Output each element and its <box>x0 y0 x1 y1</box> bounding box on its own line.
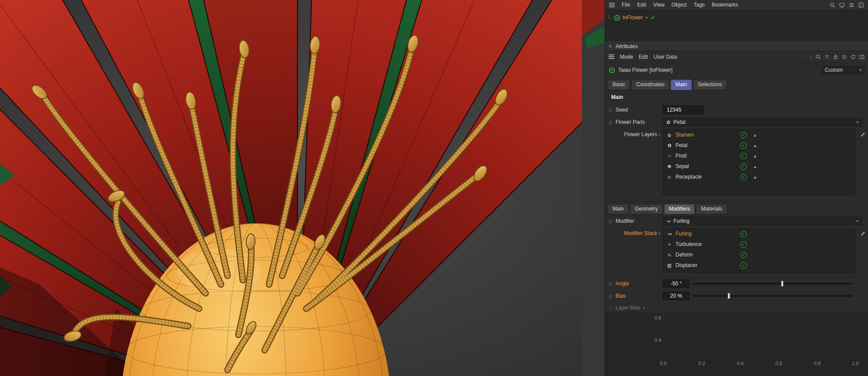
object-title-row: Taiao Flower [toFlower] Custom ▾ <box>605 63 868 77</box>
menu-file[interactable]: File <box>622 2 630 8</box>
modifier-item-furling[interactable]: ↝ Furling ✓ <box>663 228 855 239</box>
search-icon[interactable] <box>830 2 835 8</box>
grid-line <box>855 313 856 359</box>
modifier-item-turbulence[interactable]: ≈ Turbulence ✓ <box>663 239 855 249</box>
monitor-icon[interactable] <box>839 2 845 8</box>
layer-bias-label[interactable]: Layer Bias › <box>616 305 663 311</box>
modifier-stack-label[interactable]: Modifier Stack› <box>609 228 663 277</box>
layer-enabled-icon[interactable]: ✓ <box>740 163 747 170</box>
grid-line <box>663 359 856 359</box>
x-axis-tick: 0.8 <box>811 361 824 366</box>
menu-object[interactable]: Object <box>672 2 687 8</box>
modifier-enabled-icon[interactable]: ✓ <box>740 252 747 258</box>
refresh-icon[interactable] <box>850 54 856 60</box>
bias-slider[interactable] <box>692 293 853 299</box>
modifier-item-deform[interactable]: ∿ Deform ✓ <box>663 249 855 260</box>
tab-sub-main[interactable]: Main <box>608 204 629 214</box>
angle-slider-handle[interactable] <box>781 281 784 287</box>
angle-value-input[interactable]: -50 ° <box>663 279 690 288</box>
layer-item-pistil[interactable]: ∩ Pistil ✓ ▲ <box>663 151 855 161</box>
layer-bias-graph[interactable]: 0.8 0.4 0.0 0.2 0.4 0.6 0.8 1.0 <box>605 313 868 376</box>
tab-geometry[interactable]: Geometry <box>630 204 663 214</box>
menu-bookmarks[interactable]: Bookmarks <box>712 2 738 8</box>
layer-state-triangle-icon[interactable]: ▲ <box>753 143 757 148</box>
tab-selections[interactable]: Selections <box>693 80 727 90</box>
petal-icon: ✿ <box>666 119 670 125</box>
keyframe-diamond-icon[interactable]: ◇ <box>609 119 616 125</box>
keyframe-diamond-icon[interactable]: ◇ <box>609 218 616 224</box>
keyframe-diamond-icon[interactable]: ◇ <box>609 305 616 310</box>
menu-attr-edit[interactable]: Edit <box>639 54 648 60</box>
menu-mode[interactable]: Mode <box>620 54 633 60</box>
menu-view[interactable]: View <box>653 2 665 8</box>
panel-split-icon[interactable] <box>859 54 864 60</box>
layer-enabled-icon[interactable]: ✓ <box>740 132 747 138</box>
layer-tag-icon[interactable]: ▪▪ <box>645 15 648 20</box>
list-icon[interactable] <box>849 2 854 8</box>
seed-label: Seed <box>616 107 663 113</box>
modifier-enabled-icon[interactable]: ✓ <box>740 262 747 269</box>
search-object-icon[interactable] <box>816 54 821 60</box>
tab-materials[interactable]: Materials <box>696 204 727 214</box>
object-name[interactable]: toFlower <box>623 14 643 21</box>
attributes-panel: File Edit View Object Tags Bookmarks <box>605 0 868 376</box>
grid-line <box>817 313 818 359</box>
turbulence-icon: ≈ <box>666 242 673 247</box>
lock-icon[interactable] <box>833 54 838 60</box>
tab-coordinates[interactable]: Coordinates <box>631 80 669 90</box>
filter-icon[interactable] <box>824 54 830 60</box>
grid-line <box>740 313 741 359</box>
edit-pencil-icon[interactable] <box>861 132 866 137</box>
angle-slider[interactable] <box>692 281 853 287</box>
layer-state-triangle-icon[interactable]: ▲ <box>753 154 757 158</box>
menu-user-data[interactable]: User Data <box>654 54 677 60</box>
viewport-3d[interactable] <box>0 0 605 376</box>
seed-input[interactable]: 12345 <box>663 105 704 114</box>
layer-enabled-icon[interactable]: ✓ <box>740 174 747 180</box>
parent-up-icon[interactable]: ↑ <box>809 54 812 60</box>
layer-item-stamen[interactable]: ψ Stamen ✓ ▲ <box>663 130 855 140</box>
tab-main[interactable]: Main <box>671 80 692 90</box>
keyframe-diamond-icon[interactable]: ◇ <box>609 281 616 287</box>
attributes-header: × Attributes <box>605 42 868 51</box>
keyframe-diamond-icon[interactable]: ◇ <box>609 293 616 299</box>
modifier-item-displacer[interactable]: ▥ Displacer ✓ <box>663 260 855 271</box>
angle-row: ◇ Angle -50 ° <box>605 278 868 290</box>
preset-dropdown[interactable]: Custom ▾ <box>822 66 864 74</box>
layout-icon[interactable] <box>858 2 864 8</box>
bias-value-input[interactable]: 20 % <box>663 292 690 300</box>
menu-edit[interactable]: Edit <box>637 2 646 8</box>
layer-enabled-icon[interactable]: ✓ <box>740 142 747 149</box>
tree-elbow-line <box>609 14 612 18</box>
layer-item-petal[interactable]: ✿ Petal ✓ ▲ <box>663 140 855 151</box>
modifier-dropdown[interactable]: ↝ Furling ▾ <box>663 217 862 225</box>
hamburger-menu-icon[interactable] <box>609 3 615 7</box>
bias-slider-handle[interactable] <box>728 293 730 299</box>
edit-pencil-icon[interactable] <box>861 231 866 236</box>
close-panel-icon[interactable]: × <box>609 43 612 49</box>
layer-item-receptacle[interactable]: ∪ Receptacle ✓ ▲ <box>663 172 855 182</box>
flower-layers-label[interactable]: Flower Layers› <box>609 129 663 201</box>
keyframe-diamond-icon[interactable]: ◇ <box>609 107 616 113</box>
keyframe-circle-icon[interactable] <box>842 54 847 60</box>
grid-line <box>663 313 664 359</box>
flower-parts-dropdown[interactable]: ✿ Petal ▾ <box>663 118 862 127</box>
history-back-icon[interactable]: ← <box>801 54 806 60</box>
preset-value: Custom <box>825 67 843 73</box>
layer-state-triangle-icon[interactable]: ▲ <box>753 133 757 137</box>
layer-state-triangle-icon[interactable]: ▲ <box>753 175 757 179</box>
receptacle-icon: ∪ <box>666 174 673 180</box>
layer-item-sepal[interactable]: ✾ Sepal ✓ ▲ <box>663 161 855 172</box>
enabled-check-icon[interactable]: ✓ <box>651 14 655 21</box>
layer-enabled-icon[interactable]: ✓ <box>740 153 747 159</box>
attributes-hamburger-icon[interactable] <box>609 54 614 59</box>
object-item-toflower[interactable]: toFlower ▪▪ ✓ <box>608 13 865 22</box>
furling-icon: ↝ <box>666 231 673 237</box>
grid-line <box>702 313 702 359</box>
modifier-enabled-icon[interactable]: ✓ <box>740 231 747 237</box>
layer-state-triangle-icon[interactable]: ▲ <box>753 164 757 169</box>
modifier-enabled-icon[interactable]: ✓ <box>740 241 747 248</box>
tab-basic[interactable]: Basic <box>608 80 630 90</box>
tab-modifiers[interactable]: Modifiers <box>664 204 695 214</box>
menu-tags[interactable]: Tags <box>694 2 705 8</box>
